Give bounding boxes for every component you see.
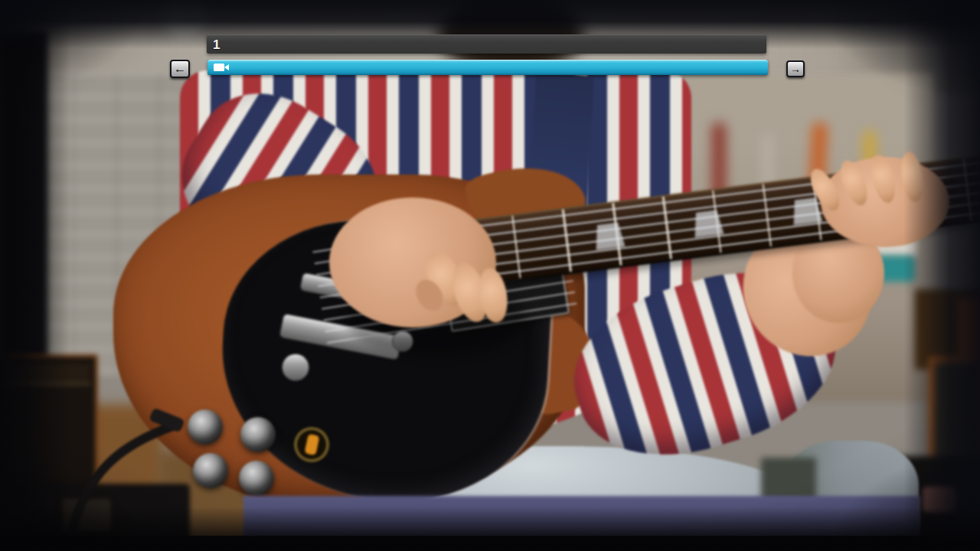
video-scrubber-bar[interactable]: [207, 60, 768, 75]
volume-knob: [188, 409, 223, 445]
section-number: 1: [213, 37, 220, 53]
scrubber-fill: [207, 60, 768, 75]
stage-riser: [243, 496, 920, 539]
fretboard-inlay: [791, 197, 823, 225]
fretboard-inlay: [593, 222, 626, 250]
game-screen: 1 ← →: [0, 0, 980, 551]
tone-knob: [193, 453, 228, 488]
bottom-frame: [0, 536, 980, 551]
next-section-button[interactable]: →: [786, 60, 805, 77]
arrow-right-icon: →: [790, 63, 801, 75]
volume-knob: [240, 417, 276, 452]
section-label-bar: 1: [207, 34, 766, 54]
previous-section-button[interactable]: ←: [170, 60, 190, 78]
arrow-left-icon: ←: [174, 62, 186, 76]
tone-knob: [239, 461, 274, 496]
case-handle: [923, 487, 956, 513]
bridge-stud: [282, 354, 309, 381]
video-camera-icon: [214, 64, 224, 71]
orange-cab-right: [929, 357, 980, 471]
fretboard-inlay: [692, 210, 724, 238]
case-handle: [60, 496, 113, 534]
